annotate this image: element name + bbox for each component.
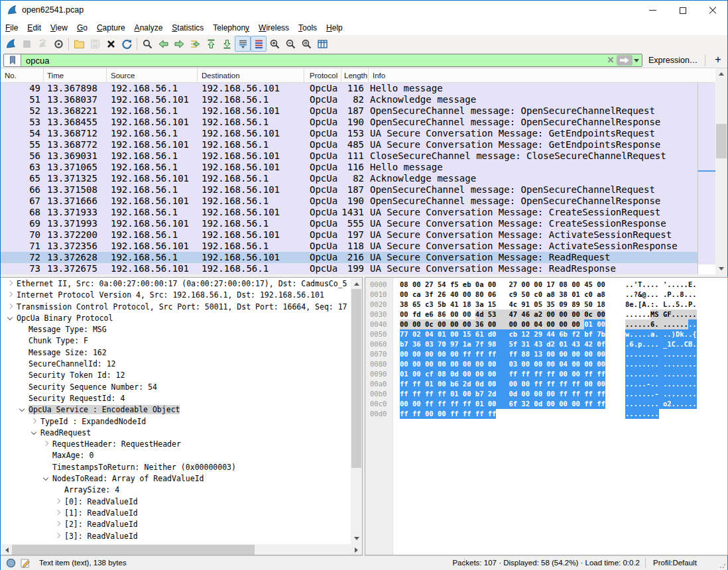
hex-row[interactable]: 004000 00 0c 00 00 00 36 00 00 00 04 00 … [365,319,727,329]
menu-edit[interactable]: Edit [23,21,46,34]
tree-row[interactable]: OpcUa Binary Protocol [1,313,351,324]
packet-row-73[interactable]: 7313.372675192.168.56.101192.168.56.1Opc… [1,263,698,274]
expander-closed-icon[interactable] [43,441,48,446]
scroll-down-icon[interactable] [719,267,724,270]
go-top-button[interactable] [203,36,219,52]
packet-list-scrollbar[interactable] [715,68,727,274]
expander-open-icon[interactable] [31,429,36,435]
resize-grip[interactable] [719,562,726,569]
reload-button[interactable] [119,36,135,52]
menu-capture[interactable]: Capture [92,21,130,34]
scroll-right-icon[interactable] [355,547,358,553]
hex-row[interactable]: 0060b7 36 03 70 97 1a 7f 98 5f 31 43 d2 … [365,339,727,349]
save-file-button[interactable]: 010 [87,36,103,52]
menu-tools[interactable]: Tools [294,21,322,34]
hex-row[interactable]: 007000 00 00 00 00 ff ff ff ff 88 13 00 … [365,349,727,359]
hex-row[interactable]: 000008 00 27 54 f5 eb 0a 00 27 00 00 17 … [365,280,727,290]
stop-button[interactable] [19,36,34,52]
details-vscrollbar[interactable] [351,278,362,544]
menu-go[interactable]: Go [72,21,92,34]
go-bottom-button[interactable] [219,36,235,52]
display-filter-input[interactable]: opcua ✕ [3,54,642,67]
packet-row-49[interactable]: 4913.367898192.168.56.1192.168.56.101Opc… [1,83,698,94]
open-file-button[interactable] [71,36,87,52]
column-header-length[interactable]: Length [341,68,369,83]
zoom-in-button[interactable] [267,36,282,52]
menu-view[interactable]: View [46,21,72,34]
hex-row[interactable]: 008000 00 00 00 00 00 00 00 03 00 00 00 … [365,359,727,369]
hex-row[interactable]: 003000 fd e6 86 00 00 4d 53 47 46 a2 00 … [365,310,727,319]
column-header-info[interactable]: Info [369,68,715,83]
hex-row[interactable]: 00c000 00 ff ff ff ff 01 00 6f 32 0d 00 … [365,399,727,409]
packet-row-53[interactable]: 5313.368455192.168.56.101192.168.56.1Opc… [1,117,698,128]
filter-bookmark-button[interactable] [4,54,21,66]
menu-file[interactable]: File [1,21,23,34]
packet-row-51[interactable]: 5113.368037192.168.56.101192.168.56.1Opc… [1,94,698,105]
tree-row[interactable]: [3]: ReadValueId [1,531,351,542]
expander-closed-icon[interactable] [55,521,60,526]
column-header-no[interactable]: No. [1,68,44,83]
expander-closed-icon[interactable] [31,418,36,423]
column-header-destination[interactable]: Destination [198,68,304,83]
capture-comment-icon[interactable] [21,558,30,569]
menu-help[interactable]: Help [322,21,347,34]
tree-row[interactable]: ReadRequest [1,428,351,439]
tree-row[interactable]: Transmission Control Protocol, Src Port:… [1,302,351,313]
menu-wireless[interactable]: Wireless [254,21,294,34]
expander-open-icon[interactable] [7,315,13,320]
packet-row-66[interactable]: 6613.371508192.168.56.1192.168.56.101Opc… [1,184,698,196]
close-file-button[interactable] [103,36,119,52]
expander-open-icon[interactable] [19,406,25,412]
status-profile[interactable]: Profil:Default [653,559,697,567]
tree-row[interactable]: SecureChannelId: 12 [1,359,351,370]
expert-info-icon[interactable] [6,558,16,569]
tree-row[interactable]: [1]: ReadValueId [1,508,351,519]
zoom-reset-button[interactable] [298,36,314,52]
maximize-button[interactable] [668,1,698,20]
hex-row[interactable]: 00a0ff ff 01 00 b6 2d 0d 00 00 00 ff ff … [365,379,727,389]
column-header-source[interactable]: Source [107,68,198,83]
auto-scroll-button[interactable] [235,36,251,52]
go-to-packet-button[interactable] [187,36,203,52]
scroll-up-icon[interactable] [354,282,359,286]
details-vscroll-thumb[interactable] [351,289,361,468]
packet-row-56[interactable]: 5613.369031192.168.56.1192.168.56.101Opc… [1,150,698,162]
tree-row[interactable]: Chunk Type: F [1,335,351,347]
expander-closed-icon[interactable] [7,292,13,297]
expression-button[interactable]: Expression… [648,56,698,65]
add-filter-button[interactable]: + [711,53,725,66]
colorize-button[interactable] [251,36,267,52]
scroll-left-icon[interactable] [5,547,9,553]
find-packet-button[interactable] [139,36,155,52]
tree-row[interactable]: RequestHeader: RequestHeader [1,439,351,450]
menu-analyze[interactable]: Analyze [130,21,168,34]
close-button[interactable] [698,1,727,20]
expander-closed-icon[interactable] [55,532,60,538]
packet-row-68[interactable]: 6813.371933192.168.56.1192.168.56.101Opc… [1,207,698,218]
packet-row-63[interactable]: 6313.371065192.168.56.1192.168.56.101Opc… [1,162,698,173]
tree-row[interactable]: Security Token Id: 12 [1,370,351,381]
hex-row[interactable]: 00d0ff ff 00 00 ff ff ff ff........ [365,409,727,419]
menu-statistics[interactable]: Statistics [167,21,208,34]
packet-row-72[interactable]: 7213.372628192.168.56.1192.168.56.101Opc… [1,252,698,263]
packet-row-67[interactable]: 6713.371666192.168.56.101192.168.56.1Opc… [1,196,698,207]
packet-row-54[interactable]: 5413.368712192.168.56.1192.168.56.101Opc… [1,128,698,139]
column-header-protocol[interactable]: Protocol [304,68,341,83]
expander-open-icon[interactable] [43,475,48,481]
scroll-down-icon[interactable] [354,537,359,540]
tree-row[interactable]: Message Size: 162 [1,347,351,359]
tree-row[interactable]: NodesToRead: Array of ReadValueId [1,473,351,484]
packet-row-52[interactable]: 5213.368221192.168.56.1192.168.56.101Opc… [1,105,698,117]
capture-options-button[interactable] [50,36,66,52]
packet-row-55[interactable]: 5513.368772192.168.56.101192.168.56.1Opc… [1,139,698,150]
expander-closed-icon[interactable] [55,510,60,515]
expander-closed-icon[interactable] [7,303,13,308]
packet-list-scroll-thumb[interactable] [716,124,727,158]
tree-row[interactable]: OpcUa Service : Encodeable Object [1,404,351,416]
details-hscroll-thumb[interactable] [12,545,255,555]
hex-row[interactable]: 001000 ca 3f 26 40 00 80 06 c9 50 c0 a8 … [365,290,727,300]
scroll-up-icon[interactable] [719,72,724,76]
wireshark-start-button[interactable] [3,36,19,52]
expander-closed-icon[interactable] [55,498,60,503]
tree-row[interactable]: Message Type: MSG [1,324,351,335]
